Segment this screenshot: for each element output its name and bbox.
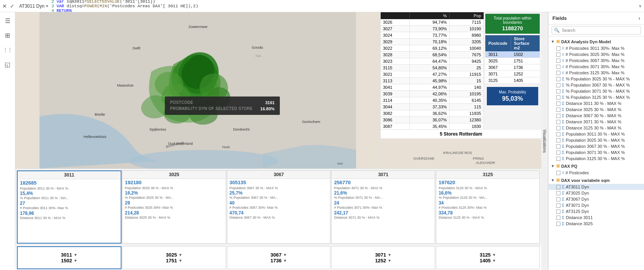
table-row[interactable]: 302694,74%7115 (381, 19, 484, 26)
field-checkbox[interactable] (556, 203, 560, 208)
store-card-3067[interactable]: 3067 305135 Population 3067 30 % - MAX %… (227, 170, 331, 244)
field-item-distance-3125-30-%--[interactable]: ΣDistance 3125 30 % - MAX % (549, 125, 644, 131)
table-row[interactable]: 308236,62%11835 (381, 110, 484, 117)
table-row[interactable]: 302269,12%10040 (381, 45, 484, 52)
field-item-distance-3011[interactable]: ΣDistance 3011 (549, 214, 644, 221)
store-selector-3067[interactable]: 3067 ▼ 1736 ▼ (227, 246, 331, 269)
field-checkbox[interactable] (556, 216, 560, 220)
table-row[interactable]: 311345,98%15 (381, 78, 484, 84)
field-checkbox[interactable] (556, 83, 560, 87)
field-section-header[interactable]: ▼⊞DAX voor variabele sqm (549, 177, 644, 184)
field-checkbox[interactable] (556, 101, 560, 106)
store-card-3025[interactable]: 3025 192180 Population 3025 30 % - MAX %… (122, 170, 226, 244)
field-item-distance-3071-30-%--[interactable]: ΣDistance 3071 30 % - MAX % (549, 119, 644, 125)
table-row[interactable]: 302970,18%3205 (381, 39, 484, 45)
field-item-%-population-3067-30[interactable]: Σ% Population 3067 30 % - MAX % (549, 82, 644, 88)
field-checkbox[interactable] (556, 46, 560, 51)
field-item-#-postcodes[interactable]: ## Postcodes (549, 170, 644, 176)
field-checkbox[interactable] (556, 114, 560, 118)
field-checkbox[interactable] (556, 65, 560, 69)
store-selector-3125[interactable]: 3125 ▼ 1405 ▼ (436, 246, 540, 269)
fields-list[interactable]: ▼⊞DAX Analysis Dyn Model## Postcodes 301… (549, 36, 644, 270)
field-checkbox[interactable] (556, 89, 560, 93)
field-item-population-3125-30-%[interactable]: ΣPopulation 3125 30 % - MAX % (549, 155, 644, 162)
confirm-button[interactable]: ✓ (10, 3, 15, 9)
field-checkbox[interactable] (556, 120, 560, 124)
store-surface-row[interactable]: 31251405 (485, 77, 540, 84)
map-container[interactable]: Zoetermeer Delft Gouda Nie Maassluis Bri… (15, 12, 380, 169)
field-item-at3071-dyn[interactable]: ΣAT3071 Dyn (549, 202, 644, 208)
home-icon[interactable]: ⊞ (2, 30, 13, 41)
store-surface-row[interactable]: 30111502 (485, 51, 540, 58)
table-scroll-area[interactable]: % Pop 302694,74%7115302773,90%1019030247… (381, 12, 484, 130)
close-button[interactable]: ✕ (2, 3, 7, 9)
table-row[interactable]: 302147,27%11915 (381, 71, 484, 78)
table-row[interactable]: 302473,77%8980 (381, 32, 484, 39)
field-checkbox[interactable] (556, 71, 560, 75)
field-item-#-postcodes-3025-30%[interactable]: ## Postcodes 3025 30%- Max % (549, 51, 644, 57)
report-icon[interactable]: ◱ (2, 59, 13, 70)
table-row[interactable]: 308636,07%12380 (381, 117, 484, 123)
field-item-population-3011-30-%[interactable]: ΣPopulation 3011 30 % - MAX % (549, 131, 644, 137)
field-item-population-3067-30-%[interactable]: ΣPopulation 3067 30 % - MAX % (549, 143, 644, 149)
field-checkbox[interactable] (556, 157, 560, 161)
field-checkbox[interactable] (556, 138, 560, 142)
field-item-distance-3025[interactable]: ΣDistance 3025 (549, 221, 644, 227)
collapse-button[interactable]: ∨ (639, 3, 642, 8)
data-icon[interactable]: ⋮⋮ (2, 44, 13, 55)
store-selector-3011[interactable]: 3011 ▼ 1502 ▼ (17, 246, 122, 269)
table-row[interactable]: 308735,45%1830 (381, 123, 484, 130)
store-selector-3071[interactable]: 3071 ▼ 1252 ▼ (331, 246, 435, 269)
store-card-3011[interactable]: 3011 182685 Population 3011 30 % - MAX %… (17, 170, 122, 244)
field-checkbox[interactable] (556, 209, 560, 214)
field-checkbox[interactable] (556, 144, 560, 149)
field-checkbox[interactable] (556, 108, 560, 112)
table-row[interactable]: 304144,97%140 (381, 84, 484, 91)
field-item-at3011-dyn[interactable]: ΣAT3011 Dyn (549, 184, 644, 190)
field-checkbox[interactable] (556, 132, 560, 136)
table-row[interactable]: 304437,33%115 (381, 104, 484, 110)
field-checkbox[interactable] (556, 126, 560, 130)
field-checkbox[interactable] (556, 59, 560, 63)
field-item-#-postcodes-3011-30%[interactable]: ## Postcodes 3011 30%- Max % (549, 45, 644, 51)
field-item-distance-3025-30-%--[interactable]: ΣDistance 3025 30 % - MAX % (549, 106, 644, 113)
store-surface-row[interactable]: 30711252 (485, 71, 540, 77)
field-item-at3025-dyn[interactable]: ΣAT3025 Dyn (549, 190, 644, 196)
store-card-3125[interactable]: 3125 197620 Population 3125 30 % - MAX %… (436, 170, 540, 244)
table-row[interactable]: 311554,80%25 (381, 65, 484, 71)
field-item-at3067-dyn[interactable]: ΣAT3067 Dyn (549, 196, 644, 202)
fields-chevron[interactable]: › (639, 15, 640, 21)
field-item-population-3025-30-%[interactable]: ΣPopulation 3025 30 % - MAX % (549, 137, 644, 143)
menu-icon[interactable]: ☰ (2, 15, 13, 26)
field-section-header[interactable]: ▼⊞DAX Analysis Dyn Model (549, 38, 644, 45)
field-checkbox[interactable] (556, 95, 560, 100)
store-surface-row[interactable]: 30251751 (485, 58, 540, 64)
store-card-3071[interactable]: 3071 256770 Population 3071 30 % - MAX %… (331, 170, 435, 244)
field-checkbox[interactable] (556, 52, 560, 57)
field-checkbox[interactable] (556, 185, 560, 189)
field-item-distance-3011-30-%--[interactable]: ΣDistance 3011 30 % - MAX % (549, 100, 644, 106)
field-checkbox[interactable] (556, 151, 560, 155)
field-item-population-3071-30-%[interactable]: ΣPopulation 3071 30 % - MAX % (549, 149, 644, 155)
visualizations-tab[interactable]: Visualizations (541, 12, 548, 270)
field-checkbox[interactable] (556, 77, 560, 81)
table-row[interactable]: 302868,54%7675 (381, 52, 484, 58)
store-selector-3025[interactable]: 3025 ▼ 1751 ▼ (122, 246, 226, 269)
search-input[interactable] (552, 26, 641, 34)
table-row[interactable]: 311440,35%6145 (381, 97, 484, 104)
store-surface-row[interactable]: 30671736 (485, 64, 540, 71)
field-section-header[interactable]: ▼⊞DAX PQ (549, 162, 644, 170)
field-item-#-postcodes-3125-30%[interactable]: ## Postcodes 3125 30%- Max % (549, 70, 644, 76)
table-row[interactable]: 302773,90%10190 (381, 26, 484, 32)
field-item-distance-3067-30-%--[interactable]: ΣDistance 3067 30 % - MAX % (549, 113, 644, 119)
field-checkbox[interactable] (556, 222, 560, 226)
table-row[interactable]: 302364,47%9425 (381, 58, 484, 65)
field-checkbox[interactable] (556, 191, 560, 195)
table-row[interactable]: 303942,06%10195 (381, 91, 484, 97)
field-checkbox[interactable] (556, 171, 560, 175)
field-item-#-postcodes-3071-30%[interactable]: ## Postcodes 3071 30%- Max % (549, 64, 644, 70)
field-item-#-postcodes-3067-30%[interactable]: ## Postcodes 3067 30%- Max % (549, 57, 644, 64)
field-checkbox[interactable] (556, 197, 560, 201)
field-item-at3125-dyn[interactable]: ΣAT3125 Dyn (549, 208, 644, 214)
field-item-%-population-3125-30[interactable]: Σ% Population 3125 30 % - MAX % (549, 94, 644, 100)
